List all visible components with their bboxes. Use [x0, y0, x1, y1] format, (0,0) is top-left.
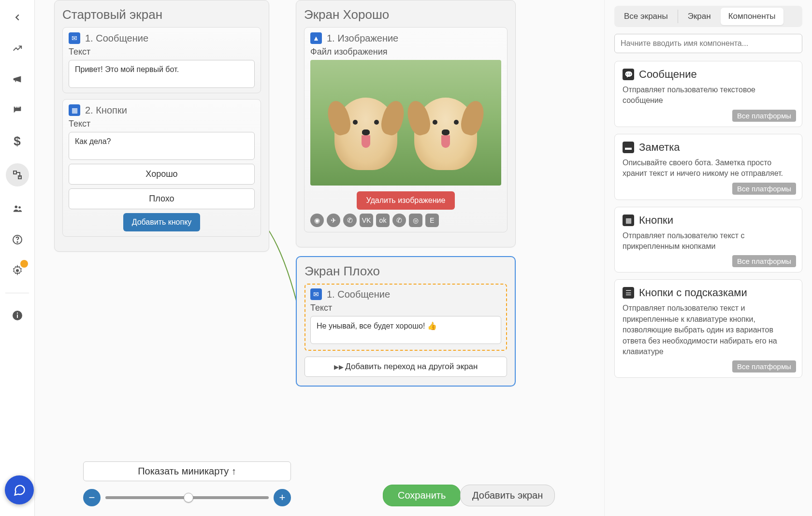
svg-point-5: [17, 242, 18, 243]
option-button-bad[interactable]: Плохо: [69, 188, 255, 209]
zoom-slider-thumb[interactable]: [184, 493, 193, 502]
sidebar-divider: [5, 293, 29, 293]
component-header: ▦ 2. Кнопки: [69, 104, 255, 116]
svg-point-3: [18, 206, 21, 209]
chat-fab[interactable]: [5, 475, 34, 504]
message-text-input[interactable]: Привет! Это мой первый бот.: [69, 60, 255, 88]
info-icon[interactable]: [9, 307, 26, 324]
hint-buttons-icon: ☰: [623, 287, 634, 299]
field-label: Файл изображения: [310, 47, 501, 57]
add-transition-btn[interactable]: Добавить переход на другой экран: [304, 357, 507, 377]
help-icon[interactable]: [9, 231, 26, 248]
component-card-buttons[interactable]: ▦Кнопки Отправляет пользователю текст с …: [614, 207, 802, 273]
zoom-slider[interactable]: [105, 496, 269, 499]
component-message[interactable]: ✉ 1. Сообщение Текст Привет! Это мой пер…: [62, 27, 261, 93]
svg-point-6: [16, 269, 19, 272]
platform-ok-icon: ok: [376, 214, 390, 227]
zoom-out-btn[interactable]: −: [83, 489, 101, 506]
settings-icon[interactable]: [9, 262, 26, 279]
component-header: ✉ 1. Сообщение: [310, 288, 501, 300]
dollar-icon[interactable]: $: [9, 132, 26, 150]
screen-bad[interactable]: Экран Плохо ✉ 1. Сообщение Текст Не уныв…: [296, 256, 516, 387]
component-card-note[interactable]: ▬Заметка Описывайте своего бота. Заметка…: [614, 134, 802, 200]
platform-ig-icon: ◎: [409, 214, 422, 227]
add-screen-btn[interactable]: Добавить экран: [460, 485, 555, 506]
platform-icons: ◉ ✈ ✆ VK ok ✆ ◎ E: [310, 214, 501, 227]
component-search-input[interactable]: [614, 34, 802, 53]
tab-components[interactable]: Компоненты: [721, 8, 783, 25]
svg-rect-8: [17, 315, 18, 318]
chart-icon[interactable]: [9, 40, 26, 57]
screen-good[interactable]: Экран Хорошо ▲ 1. Изображение Файл изобр…: [296, 0, 516, 247]
component-header: ✉ 1. Сообщение: [69, 32, 255, 44]
platform-email-icon: E: [425, 214, 439, 227]
screen-start[interactable]: Стартовый экран ✉ 1. Сообщение Текст При…: [54, 0, 269, 252]
add-button-btn[interactable]: Добавить кнопку: [123, 213, 201, 231]
right-panel: Все экраны Экран Компоненты 💬Сообщение О…: [604, 0, 812, 516]
save-btn[interactable]: Сохранить: [383, 485, 461, 506]
message-icon: ✉: [69, 32, 80, 44]
note-icon: ▬: [623, 142, 634, 153]
chat-icon[interactable]: •••: [9, 101, 26, 119]
tabs: Все экраны Экран Компоненты: [614, 6, 802, 27]
buttons-icon: ▦: [623, 215, 634, 226]
users-icon[interactable]: [9, 200, 26, 217]
platform-badge: Все платформы: [732, 255, 796, 267]
show-minimap-btn[interactable]: Показать миникарту ↑: [83, 461, 291, 481]
field-label: Текст: [310, 303, 501, 313]
tab-screen[interactable]: Экран: [680, 8, 719, 25]
zoom-in-btn[interactable]: +: [274, 489, 291, 506]
component-buttons[interactable]: ▦ 2. Кнопки Текст Как дела? Хорошо Плохо…: [62, 99, 261, 237]
delete-image-btn[interactable]: Удалить изображение: [357, 191, 455, 210]
message-text-input[interactable]: Не унывай, все будет хорошо! 👍: [310, 316, 501, 344]
platform-tg-icon: ✈: [327, 214, 340, 227]
component-header: ▲ 1. Изображение: [310, 32, 501, 44]
buttons-icon: ▦: [69, 104, 80, 116]
buttons-text-input[interactable]: Как дела?: [69, 132, 255, 160]
screen-title: Стартовый экран: [62, 7, 261, 22]
selected-component[interactable]: ✉ 1. Сообщение Текст Не унывай, все буде…: [304, 284, 507, 351]
platform-badge: Все платформы: [732, 110, 796, 122]
field-label: Текст: [69, 47, 255, 57]
component-image[interactable]: ▲ 1. Изображение Файл изображения Удалит…: [304, 27, 508, 232]
megaphone-icon[interactable]: [9, 71, 26, 88]
message-icon: 💬: [623, 69, 634, 80]
image-icon: ▲: [310, 32, 322, 44]
svg-point-2: [14, 206, 17, 209]
flowchart-icon[interactable]: [6, 163, 29, 186]
svg-point-9: [16, 313, 17, 314]
svg-rect-0: [14, 171, 16, 174]
screen-title: Экран Плохо: [304, 264, 507, 279]
platform-badge: Все платформы: [732, 360, 796, 373]
platform-badge: Все платформы: [732, 183, 796, 195]
field-label: Текст: [69, 119, 255, 129]
tab-all-screens[interactable]: Все экраны: [616, 8, 676, 25]
platform-wa-icon: ✆: [392, 214, 406, 227]
back-icon[interactable]: [9, 9, 26, 26]
component-card-message[interactable]: 💬Сообщение Отправляет пользователю текст…: [614, 61, 802, 127]
settings-badge: [20, 260, 28, 268]
image-preview[interactable]: [310, 60, 501, 186]
message-icon: ✉: [310, 288, 322, 300]
sidebar: ••• $: [0, 0, 35, 516]
screen-title: Экран Хорошо: [304, 7, 508, 22]
platform-viber-icon: ✆: [343, 214, 357, 227]
platform-vk-icon: VK: [360, 214, 373, 227]
component-card-hint-buttons[interactable]: ☰Кнопки с подсказками Отправляет пользов…: [614, 279, 802, 378]
canvas[interactable]: Стартовый экран ✉ 1. Сообщение Текст При…: [35, 0, 604, 516]
platform-fb-icon: ◉: [310, 214, 324, 227]
option-button-good[interactable]: Хорошо: [69, 164, 255, 185]
zoom-controls: − +: [83, 489, 291, 506]
